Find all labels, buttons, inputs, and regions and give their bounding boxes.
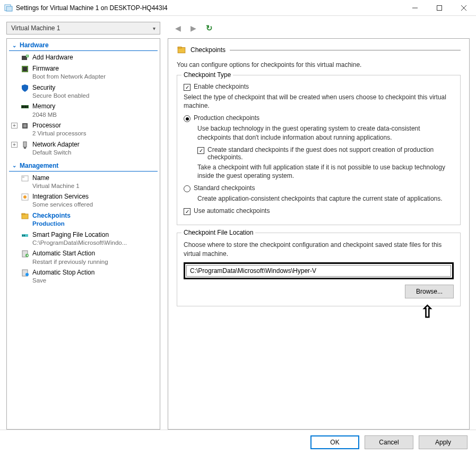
services-icon (21, 193, 29, 201)
processor-icon (21, 122, 29, 130)
sidebar-item-sub: 2 Virtual processors (32, 130, 86, 138)
sidebar-item-sub: Boot from Network Adapter (32, 73, 106, 81)
sidebar-item-label: Add Hardware (32, 53, 73, 62)
window-title: Settings for Virtual Machine 1 on DESKTO… (16, 4, 403, 12)
svg-point-22 (23, 195, 27, 199)
svg-rect-19 (22, 176, 28, 181)
sidebar-item-label: Network Adapter (32, 140, 80, 149)
checkpoints-pane-icon (177, 45, 186, 55)
fallback-checkbox[interactable]: ✓ (197, 147, 204, 154)
production-radio-label: Production checkpoints (194, 114, 259, 122)
sidebar-item-label: Security (32, 83, 89, 92)
sidebar-item-firmware[interactable]: Firmware Boot from Network Adapter (7, 63, 160, 82)
svg-rect-13 (25, 106, 26, 108)
content-pane: Checkpoints You can configure options fo… (168, 38, 470, 430)
fallback-desc: Take a checkpoint with full application … (184, 163, 454, 180)
production-radio[interactable] (184, 115, 191, 122)
production-desc: Use backup technology in the guest opera… (184, 124, 454, 141)
annotation-arrow-icon: ⇧ (420, 302, 435, 322)
sidebar-item-label: Integration Services (32, 192, 93, 201)
auto-stop-icon (21, 269, 29, 277)
titlebar: Settings for Virtual Machine 1 on DESKTO… (0, 0, 476, 16)
sidebar-item-processor[interactable]: + Processor 2 Virtual processors (7, 120, 160, 139)
svg-rect-27 (24, 235, 25, 236)
sidebar-item-auto-start[interactable]: Automatic Start Action Restart if previo… (7, 248, 160, 267)
sidebar-item-auto-stop[interactable]: Automatic Stop Action Save (7, 267, 160, 286)
svg-rect-1 (6, 6, 12, 11)
auto-checkpoints-checkbox[interactable]: ✓ (184, 208, 191, 215)
svg-rect-24 (22, 213, 25, 215)
sidebar-item-security[interactable]: Security Secure Boot enabled (7, 82, 160, 101)
svg-point-31 (25, 273, 29, 276)
chevron-down-icon: ▾ (153, 25, 155, 31)
vm-selector[interactable]: Virtual Machine 1 ▾ (6, 22, 160, 35)
sidebar-item-sub: Restart if previously running (32, 258, 108, 267)
checkpoint-location-group: Checkpoint File Location Choose where to… (177, 233, 461, 306)
path-highlight (184, 262, 454, 279)
app-icon (4, 4, 13, 12)
dialog-footer: OK Cancel Apply (0, 430, 476, 454)
vm-selector-value: Virtual Machine 1 (11, 24, 60, 32)
svg-rect-20 (22, 177, 24, 177)
sidebar-item-sub: Some services offered (32, 201, 93, 209)
auto-checkpoints-label: Use automatic checkpoints (194, 207, 270, 215)
sidebar-item-network-adapter[interactable]: + Network Adapter Default Switch (7, 139, 160, 158)
maximize-button[interactable] (427, 0, 452, 16)
memory-icon (21, 102, 29, 111)
pane-intro: You can configure options for checkpoint… (177, 61, 461, 68)
sidebar-item-name[interactable]: Name Virtual Machine 1 (7, 173, 160, 192)
sidebar-item-add-hardware[interactable]: Add Hardware (7, 52, 160, 63)
sidebar-item-sub: Production (32, 220, 71, 228)
sidebar-item-sub: Save (32, 277, 94, 285)
location-desc: Choose where to store the checkpoint con… (184, 241, 454, 258)
sidebar-item-label: Processor (32, 121, 86, 130)
sidebar-item-label: Firmware (32, 64, 106, 73)
standard-radio-label: Standard checkpoints (194, 184, 255, 192)
nav-forward-button[interactable]: ▶ (187, 22, 200, 35)
standard-radio[interactable] (184, 185, 191, 192)
management-header-label: Management (20, 162, 58, 169)
svg-rect-12 (23, 106, 24, 108)
apply-button[interactable]: Apply (419, 435, 468, 449)
divider (230, 50, 461, 50)
svg-rect-17 (23, 142, 27, 147)
sidebar-item-checkpoints[interactable]: Checkpoints Production (7, 210, 160, 229)
sidebar-item-sub: C:\ProgramData\Microsoft\Windo... (32, 239, 127, 247)
collapse-icon: ⌄ (12, 42, 16, 48)
svg-rect-3 (437, 5, 442, 10)
minimize-button[interactable] (403, 0, 427, 16)
sidebar-item-smart-paging[interactable]: Smart Paging File Location C:\ProgramDat… (7, 229, 160, 249)
svg-rect-33 (178, 47, 181, 48)
sidebar: ⌄ Hardware Add Hardware Firmware Boot fr… (6, 38, 160, 430)
sidebar-item-label: Name (32, 174, 80, 182)
close-button[interactable] (452, 0, 476, 16)
sidebar-item-label: Memory (32, 102, 57, 110)
checkpoint-type-legend: Checkpoint Type (181, 71, 233, 79)
auto-start-icon (21, 250, 29, 258)
enable-checkpoints-checkbox[interactable]: ✓ (184, 84, 191, 91)
expand-icon[interactable]: + (11, 123, 18, 129)
name-icon (21, 174, 29, 183)
sidebar-item-integration-services[interactable]: Integration Services Some services offer… (7, 191, 160, 210)
ok-button[interactable]: OK (310, 435, 359, 449)
expand-icon[interactable]: + (11, 142, 18, 148)
shield-icon (21, 84, 29, 92)
cancel-button[interactable]: Cancel (365, 435, 413, 449)
refresh-button[interactable]: ↻ (203, 21, 216, 35)
firmware-icon (21, 65, 29, 73)
checkpoint-location-legend: Checkpoint File Location (181, 229, 255, 236)
management-section-header[interactable]: ⌄ Management (9, 160, 158, 172)
browse-button[interactable]: Browse... (405, 285, 454, 298)
nav-back-button[interactable]: ◀ (172, 22, 184, 35)
svg-rect-9 (23, 67, 27, 71)
sidebar-item-sub: Secure Boot enabled (32, 92, 89, 100)
svg-rect-14 (27, 106, 28, 108)
standard-desc: Create application-consistent checkpoint… (184, 194, 454, 203)
sidebar-item-label: Smart Paging File Location (32, 230, 127, 239)
network-icon (21, 141, 29, 149)
sidebar-item-memory[interactable]: Memory 2048 MB (7, 101, 160, 120)
hardware-section-header[interactable]: ⌄ Hardware (9, 40, 158, 51)
checkpoint-path-input[interactable] (186, 265, 451, 277)
pane-title: Checkpoints (191, 46, 226, 54)
fallback-label: Create standard checkpoints if the guest… (207, 146, 454, 161)
